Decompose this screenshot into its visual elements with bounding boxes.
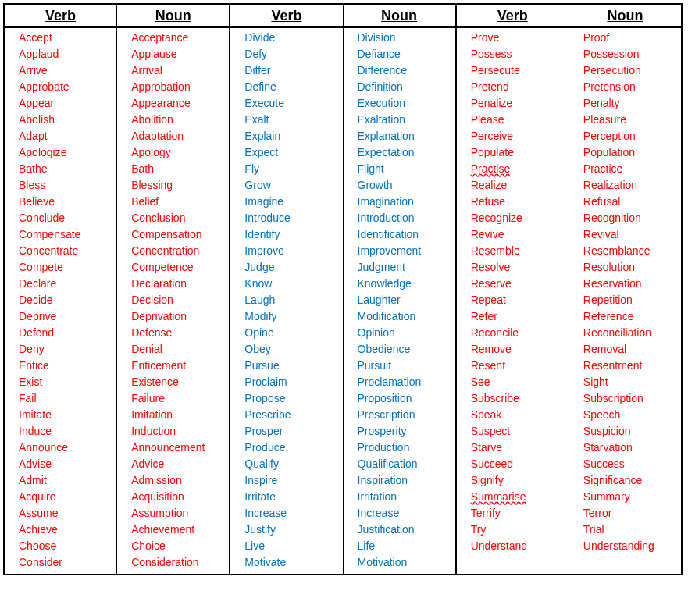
table-cell: Improve	[244, 243, 342, 259]
table-cell: Exalt	[244, 112, 342, 128]
table-cell: Introduction	[358, 210, 455, 226]
column-group-2: VerbDivideDefyDifferDefineExecuteExaltEx…	[230, 5, 456, 574]
verb-noun-table: VerbAcceptApplaudArriveApprobateAppearAb…	[3, 3, 683, 575]
table-cell: Explanation	[358, 128, 455, 144]
table-cell: Realization	[583, 177, 681, 194]
table-cell: Persecute	[471, 62, 569, 79]
table-cell: Pursuit	[358, 358, 455, 374]
table-cell: Announce	[19, 440, 116, 456]
table-cell: Resolution	[583, 259, 681, 276]
table-cell: Concentrate	[19, 243, 116, 259]
table-cell: Suspect	[471, 423, 569, 440]
table-cell: Execute	[244, 95, 342, 112]
table-cell: Practice	[583, 161, 681, 177]
table-cell: Penalty	[583, 95, 681, 112]
table-cell: Populate	[471, 144, 569, 161]
table-cell: Knowledge	[358, 276, 455, 292]
table-cell: Abolition	[131, 112, 229, 128]
table-cell: Exist	[19, 374, 116, 390]
verb-list: AcceptApplaudArriveApprobateAppearAbolis…	[5, 28, 116, 574]
verb-column: VerbProvePossessPersecutePretendPenalize…	[457, 5, 569, 574]
table-cell: Refer	[471, 308, 569, 325]
table-cell: Obedience	[358, 341, 455, 358]
table-cell: Consider	[19, 554, 116, 571]
table-cell: Reserve	[471, 276, 569, 292]
table-cell: Modification	[358, 308, 455, 325]
table-cell: Divide	[244, 30, 342, 46]
table-cell: Remove	[471, 341, 569, 358]
table-cell: Appear	[19, 95, 116, 112]
table-cell: Prescription	[358, 407, 455, 423]
table-cell: Imagine	[244, 194, 342, 210]
table-cell: Execution	[358, 95, 455, 112]
noun-list: DivisionDefianceDifferenceDefinitionExec…	[344, 28, 455, 574]
table-cell: Trial	[583, 522, 681, 538]
verb-list: ProvePossessPersecutePretendPenalizePlea…	[457, 28, 569, 557]
table-cell: Acceptance	[131, 30, 229, 46]
table-cell: Opinion	[358, 325, 455, 341]
table-cell: Starve	[471, 440, 569, 456]
table-cell: Live	[244, 538, 342, 554]
table-cell: Reference	[583, 308, 681, 325]
table-cell: Adapt	[19, 128, 116, 144]
table-cell: Success	[583, 456, 681, 472]
table-cell: Choose	[19, 538, 116, 554]
table-cell: Existence	[131, 374, 229, 390]
table-cell: Resemble	[471, 243, 569, 259]
table-cell: Entice	[19, 358, 116, 374]
table-cell: Difference	[358, 62, 455, 79]
column-group-3: VerbProvePossessPersecutePretendPenalize…	[457, 5, 681, 574]
table-cell: Revive	[471, 226, 569, 243]
table-cell: Declaration	[131, 276, 229, 292]
table-cell: Advise	[19, 456, 116, 472]
table-cell: Pretend	[471, 79, 569, 95]
table-cell: Imitation	[131, 407, 229, 423]
table-cell: Imitate	[19, 407, 116, 423]
table-cell: Signify	[471, 472, 569, 489]
table-cell: Reservation	[583, 276, 681, 292]
table-cell: Assume	[19, 505, 116, 522]
table-cell: Abolish	[19, 112, 116, 128]
table-cell: Repetition	[583, 292, 681, 308]
table-cell: Subscribe	[471, 390, 569, 407]
header-verb: Verb	[5, 5, 116, 28]
table-cell: Admit	[19, 472, 116, 489]
table-cell: Arrive	[19, 62, 116, 79]
table-cell: Penalize	[471, 95, 569, 112]
table-cell: Declare	[19, 276, 116, 292]
table-cell: Realize	[471, 177, 569, 194]
table-cell: Terror	[583, 505, 681, 522]
table-cell: Know	[244, 276, 342, 292]
table-cell: Induction	[131, 423, 229, 440]
table-cell: Compensation	[131, 226, 229, 243]
table-cell: Announcement	[131, 440, 229, 456]
table-cell: Accept	[19, 30, 116, 46]
table-cell: Prescribe	[244, 407, 342, 423]
table-cell: Differ	[244, 62, 342, 79]
table-cell: Identify	[244, 226, 342, 243]
table-cell: Suspicion	[583, 423, 681, 440]
header-verb: Verb	[457, 5, 569, 28]
table-cell: Believe	[19, 194, 116, 210]
table-cell: Apologize	[19, 144, 116, 161]
table-cell: Judge	[244, 259, 342, 276]
table-cell: Judgment	[358, 259, 455, 276]
table-cell: Summarise	[471, 489, 569, 505]
table-cell: Blessing	[131, 177, 229, 194]
table-cell: Fail	[19, 390, 116, 407]
table-cell: Perception	[583, 128, 681, 144]
table-cell: Recognize	[471, 210, 569, 226]
table-cell: Understanding	[583, 538, 681, 554]
table-cell: Increase	[358, 505, 455, 522]
table-cell: Identification	[358, 226, 455, 243]
table-cell: Pleasure	[583, 112, 681, 128]
table-cell: Subscription	[583, 390, 681, 407]
table-cell: Decision	[131, 292, 229, 308]
table-cell: Succeed	[471, 456, 569, 472]
table-cell: Obey	[244, 341, 342, 358]
table-cell: Definition	[358, 79, 455, 95]
table-cell: Understand	[471, 538, 569, 554]
table-cell: Repeat	[471, 292, 569, 308]
table-cell: Achievement	[131, 522, 229, 538]
table-cell: Produce	[244, 440, 342, 456]
